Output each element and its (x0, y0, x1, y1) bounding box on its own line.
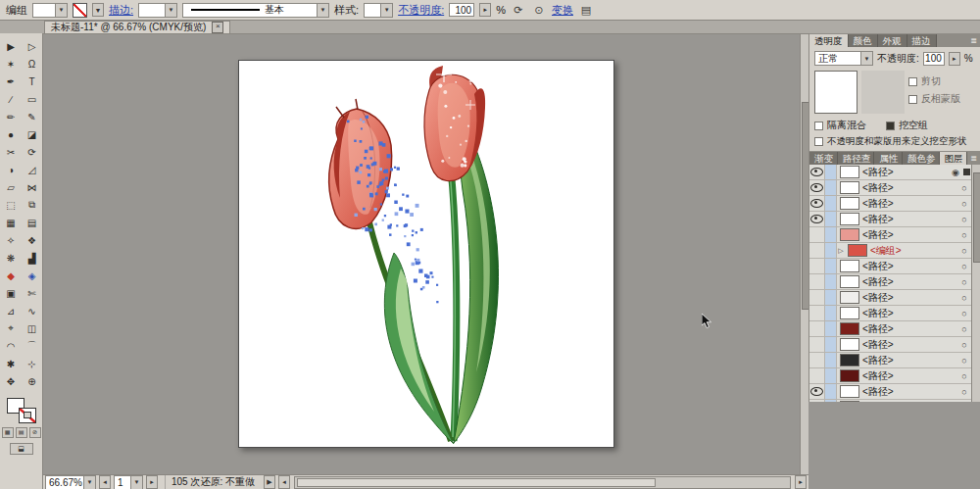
layer-row[interactable]: <路径>○ (809, 196, 980, 212)
rotate-view-tool[interactable]: ◠ (0, 337, 22, 355)
lock-toggle-cell[interactable] (825, 196, 837, 211)
visibility-toggle-empty[interactable] (809, 368, 825, 383)
pencil-tool[interactable]: ✎ (22, 108, 42, 125)
transparency-tab-描边[interactable]: 描边 (907, 34, 937, 47)
layer-row[interactable]: <路径>○ (809, 259, 980, 274)
eraser-tool[interactable]: ◪ (22, 125, 42, 143)
layer-row[interactable]: <路径>○ (809, 290, 980, 306)
scale-tool[interactable]: ◿ (22, 161, 42, 178)
print-tiling-tool[interactable]: ◫ (22, 319, 42, 337)
gradient-button[interactable]: ▤ (16, 427, 27, 438)
zoom-select[interactable]: 66.67% ▼ (45, 475, 96, 489)
artboard-number-select[interactable]: 1 ▼ (114, 475, 143, 489)
transparency-tab-颜色[interactable]: 颜色 (849, 34, 878, 47)
zoom-tool[interactable]: ⊕ (22, 372, 42, 390)
target-circle-icon[interactable]: ○ (958, 387, 970, 397)
layer-row[interactable]: <路径>○ (809, 400, 980, 402)
lock-toggle-cell[interactable] (825, 384, 837, 399)
screen-mode-button[interactable]: ⬓ (10, 443, 33, 455)
layer-row[interactable]: <路径>○ (809, 274, 980, 290)
rectangle-tool[interactable]: ▭ (22, 90, 42, 108)
fill-stroke-widget[interactable] (7, 398, 36, 423)
artboard[interactable] (238, 60, 614, 448)
target-circle-icon[interactable]: ○ (958, 340, 970, 350)
opacity-field[interactable]: 100 (449, 3, 474, 17)
layer-name[interactable]: <路径> (862, 322, 958, 336)
vertical-scrollbar[interactable] (800, 33, 808, 474)
target-circle-icon[interactable]: ○ (958, 293, 970, 303)
visibility-toggle-empty[interactable] (809, 243, 825, 258)
layer-name[interactable]: <路径> (862, 354, 958, 367)
fill-style-select[interactable]: ▼ (32, 3, 68, 18)
layer-name[interactable]: <编组> (870, 244, 958, 258)
lock-toggle-cell[interactable] (825, 337, 837, 352)
layer-row[interactable]: ▷<编组>○ (809, 243, 980, 259)
prev-artboard-button[interactable]: ◂ (99, 475, 111, 489)
layer-name[interactable]: <路径> (862, 307, 958, 320)
eyedropper-tool[interactable]: ✧ (0, 231, 22, 249)
color-button[interactable]: ▦ (2, 427, 14, 438)
scroll-left-button[interactable]: ◂ (278, 475, 290, 489)
status-play-icon[interactable]: ▶ (264, 475, 275, 489)
stroke-panel-link[interactable]: 描边: (109, 3, 133, 18)
horizontal-scrollbar[interactable] (294, 476, 791, 489)
layer-row[interactable]: <路径>○ (809, 180, 980, 196)
layer-name[interactable]: <路径> (862, 260, 958, 273)
visibility-eye-icon[interactable] (809, 180, 825, 195)
target-circle-icon[interactable]: ◉ (950, 168, 961, 177)
layer-row[interactable]: <路径>○ (809, 321, 980, 337)
panel-menu-icon[interactable]: ≣ (967, 152, 980, 165)
layers-tab-图层[interactable]: 图层 (940, 152, 968, 165)
close-icon[interactable]: × (212, 22, 223, 33)
width-tool[interactable]: ⋈ (22, 178, 42, 196)
line-segment-tool[interactable]: ∕ (0, 90, 22, 108)
live-paint-bucket-tool[interactable]: ◆ (0, 267, 22, 284)
layer-name[interactable]: <路径> (862, 213, 958, 226)
layers-tab-属性[interactable]: 属性 (874, 152, 903, 165)
visibility-toggle-empty[interactable] (809, 337, 825, 352)
knockout-shape-checkbox[interactable] (814, 137, 823, 146)
stroke-swatch-chevron[interactable]: ▼ (92, 3, 104, 17)
lock-toggle-cell[interactable] (825, 243, 837, 258)
blend-mode-select[interactable]: 正常 ▼ (814, 51, 873, 66)
recolor-artwork-icon[interactable]: ⟳ (511, 4, 526, 17)
layer-row[interactable]: <路径>○ (809, 337, 980, 353)
shape-builder-tool[interactable]: ⧉ (22, 196, 42, 214)
stroke-weight-select[interactable]: ▼ (138, 3, 177, 18)
brush-definition-select[interactable]: 基本 ▼ (182, 3, 329, 18)
expand-triangle-icon[interactable]: ▷ (837, 247, 845, 255)
column-graph-tool[interactable]: ▟ (22, 249, 42, 267)
visibility-toggle-empty[interactable] (809, 321, 825, 336)
layer-row[interactable]: <路径>○ (809, 306, 980, 321)
layers-scrollbar[interactable] (971, 165, 980, 402)
artboard-tool[interactable]: ▣ (0, 284, 22, 302)
lasso-tool[interactable]: Ω (22, 55, 42, 73)
lock-toggle-cell[interactable] (825, 400, 837, 402)
type-tool[interactable]: T (22, 73, 42, 90)
canvas-area[interactable] (43, 33, 808, 474)
lock-toggle-cell[interactable] (825, 368, 837, 383)
symbol-sprayer-tool[interactable]: ❋ (0, 249, 22, 267)
visibility-toggle-empty[interactable] (809, 290, 825, 305)
curvature-tool[interactable]: ∿ (22, 302, 42, 319)
reflect-tool[interactable]: ◑ (0, 161, 22, 178)
live-paint-selection-tool[interactable]: ◈ (22, 267, 42, 284)
visibility-toggle-empty[interactable] (809, 306, 825, 320)
horizontal-scroll-thumb[interactable] (297, 478, 656, 487)
target-circle-icon[interactable]: ○ (958, 277, 970, 287)
mask-thumbnail-slot[interactable] (861, 71, 905, 114)
panel-opacity-spinner[interactable]: ▸ (949, 52, 960, 66)
layer-name[interactable]: <路径> (862, 275, 958, 289)
target-circle-icon[interactable]: ○ (958, 215, 970, 224)
blob-brush-tool[interactable]: ● (0, 125, 22, 143)
layer-name[interactable]: <路径> (862, 369, 958, 383)
lock-toggle-cell[interactable] (825, 321, 837, 336)
lock-toggle-cell[interactable] (825, 274, 837, 289)
layer-row[interactable]: <路径>○ (809, 212, 980, 227)
visibility-eye-icon[interactable] (809, 384, 825, 399)
layer-name[interactable]: <路径> (862, 228, 958, 242)
shaper-tool[interactable]: ✱ (0, 355, 22, 372)
panel-menu-icon[interactable]: ≣ (967, 34, 980, 47)
visibility-toggle-empty[interactable] (809, 353, 825, 367)
puppet-warp-tool[interactable]: ⊹ (22, 355, 42, 372)
